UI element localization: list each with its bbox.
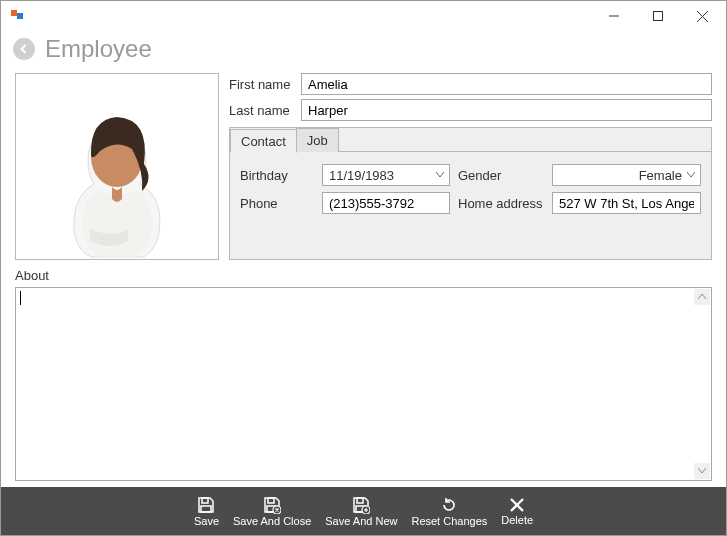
tab-contact-panel: Birthday 11/19/1983 Gender Female Phone: [230, 152, 711, 222]
minimize-button[interactable]: [592, 2, 636, 30]
svg-rect-0: [11, 10, 17, 16]
app-icon: [9, 8, 25, 24]
close-button[interactable]: [680, 2, 724, 30]
employee-photo[interactable]: [15, 73, 219, 260]
form-area: First name Last name Contact Job B: [229, 73, 712, 260]
scroll-down-button[interactable]: [694, 463, 710, 479]
titlebar: [1, 1, 726, 31]
birthday-label: Birthday: [240, 168, 314, 183]
last-name-label: Last name: [229, 103, 295, 118]
employee-editor-window: Employee First name Last: [0, 0, 727, 536]
svg-rect-1: [17, 13, 23, 19]
first-name-input[interactable]: [301, 73, 712, 95]
window-controls: [592, 2, 724, 30]
tab-job[interactable]: Job: [296, 128, 339, 152]
content-area: First name Last name Contact Job B: [1, 73, 726, 487]
first-name-label: First name: [229, 77, 295, 92]
page-title: Employee: [45, 35, 152, 63]
save-and-close-button[interactable]: Save And Close: [233, 496, 311, 527]
birthday-input[interactable]: 11/19/1983: [322, 164, 450, 186]
svg-rect-3: [654, 12, 663, 21]
save-button[interactable]: Save: [194, 496, 219, 527]
svg-rect-8: [201, 506, 211, 512]
svg-rect-12: [357, 498, 363, 503]
back-button[interactable]: [13, 38, 35, 60]
reset-changes-button[interactable]: Reset Changes: [411, 496, 487, 527]
gender-select[interactable]: Female: [552, 164, 701, 186]
svg-rect-7: [202, 498, 208, 503]
home-address-input[interactable]: [552, 192, 701, 214]
gender-label: Gender: [458, 168, 544, 183]
chevron-down-icon: [686, 172, 696, 178]
maximize-button[interactable]: [636, 2, 680, 30]
home-address-label: Home address: [458, 196, 544, 211]
last-name-input[interactable]: [301, 99, 712, 121]
about-area: [15, 287, 712, 481]
about-textarea[interactable]: [16, 288, 693, 480]
text-caret: [20, 291, 21, 305]
tab-contact[interactable]: Contact: [230, 129, 297, 153]
about-label: About: [15, 268, 712, 283]
phone-label: Phone: [240, 196, 314, 211]
save-and-new-button[interactable]: Save And New: [325, 496, 397, 527]
page-header: Employee: [1, 31, 726, 73]
scroll-up-button[interactable]: [694, 289, 710, 305]
phone-input[interactable]: [322, 192, 450, 214]
delete-button[interactable]: Delete: [501, 497, 533, 526]
bottom-toolbar: Save Save And Close Save And New Reset C…: [1, 487, 726, 535]
details-tabs: Contact Job Birthday 11/19/1983 Gender: [229, 127, 712, 260]
svg-rect-9: [268, 498, 274, 503]
chevron-down-icon: [435, 172, 445, 178]
